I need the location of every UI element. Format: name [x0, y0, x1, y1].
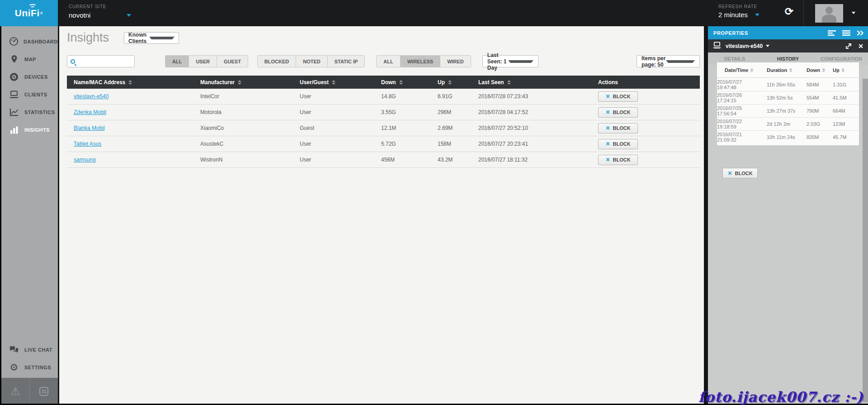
menu-list-icon[interactable]	[842, 30, 850, 36]
sort-icon[interactable]	[332, 80, 335, 85]
avatar[interactable]	[815, 4, 843, 23]
sort-icon[interactable]	[841, 68, 844, 72]
refresh-icon[interactable]: ⟳	[785, 5, 793, 18]
x-icon: ✕	[605, 141, 610, 147]
block-label: BLOCK	[613, 141, 630, 147]
items-per-page-dropdown[interactable]: Items per page: 50	[637, 55, 700, 67]
filter-blocked[interactable]: BLOCKED	[258, 56, 296, 67]
history-up: 123M	[833, 120, 859, 128]
filter-noted[interactable]: NOTED	[296, 56, 327, 67]
sort-icon[interactable]	[448, 80, 452, 85]
up-cell: 6.91G	[438, 93, 478, 100]
chevron-down-icon	[666, 60, 695, 63]
clients-table: Name/MAC Address Manufacturer User/Guest…	[67, 76, 700, 168]
chevron-down-icon	[149, 37, 175, 39]
scrollbar[interactable]	[863, 79, 868, 402]
sort-icon[interactable]	[822, 68, 826, 72]
client-name-link[interactable]: Tablet Asus	[74, 141, 101, 147]
user-menu-chevron-icon[interactable]	[852, 12, 855, 14]
block-button[interactable]: ✕BLOCK	[598, 155, 638, 165]
chevron-down-icon[interactable]	[755, 14, 760, 16]
brand-text: UniFi	[15, 8, 40, 19]
refresh-rate-label: REFRESH RATE	[718, 4, 760, 9]
chat-bubbles-icon	[9, 346, 19, 354]
sort-icon[interactable]	[238, 80, 241, 85]
block-button[interactable]: ✕BLOCK	[598, 107, 638, 118]
manufacturer-cell: XiaomiCo	[200, 125, 300, 131]
block-button[interactable]: ✕ BLOCK	[722, 168, 758, 178]
table-row: viteslavn-e540 IntelCor User 14.8G 6.91G…	[67, 89, 700, 105]
alerts-button[interactable]: ⚠	[1, 378, 29, 405]
history-time: 21:09:32	[717, 137, 767, 143]
column-header: Last Seen	[478, 79, 504, 86]
history-down: 2.03G	[807, 120, 833, 128]
history-row: 2016/07/2219:18:59 2d 12h 2m 2.03G 123M	[717, 117, 859, 130]
current-site-selector[interactable]: CURRENT SITE novotni	[69, 4, 131, 19]
device-disc-icon	[9, 72, 19, 81]
history-duration: 10h 11m 24s	[767, 133, 807, 141]
history-row: 2016/07/2617:24:15 13h 52m 5s 554M 41.5M	[717, 91, 859, 104]
events-button[interactable]: 31	[29, 378, 58, 405]
sidebar-item-live-chat[interactable]: LIVE CHAT	[1, 341, 58, 358]
align-list-icon[interactable]	[828, 30, 836, 36]
unifi-logo[interactable]: UniFi®	[0, 0, 58, 26]
collapse-panel-icon[interactable]	[857, 30, 863, 36]
block-button[interactable]: ✕BLOCK	[598, 139, 638, 149]
sidebar-item-devices[interactable]: DEVICES	[1, 68, 58, 86]
current-site-label: CURRENT SITE	[69, 4, 131, 9]
table-row: Blanka Mobil XiaomiCo Guest 12.1M 2.69M …	[67, 120, 700, 136]
client-name-link[interactable]: viteslavn-e540	[74, 93, 108, 100]
close-icon[interactable]: ✕	[858, 43, 863, 50]
sidebar-item-label: LIVE CHAT	[24, 347, 52, 353]
sidebar-item-dashboard[interactable]: DASHBOARD	[1, 33, 58, 50]
history-row: 2016/07/2719:47:48 11h 35m 55s 584M 1.31…	[717, 78, 859, 91]
search-box[interactable]	[67, 55, 135, 67]
user-guest-cell: User	[300, 93, 381, 100]
filter-wireless[interactable]: WIRELESS	[400, 56, 440, 67]
sidebar-item-settings[interactable]: ⚙ SETTINGS	[1, 358, 58, 376]
dashboard-gauge-icon	[9, 37, 19, 46]
block-button[interactable]: ✕BLOCK	[598, 123, 638, 133]
chevron-down-icon[interactable]	[766, 45, 769, 47]
history-time: 17:56:54	[717, 111, 767, 116]
pop-out-icon[interactable]	[845, 43, 852, 49]
table-row: Zdenka Mobil Motorola User 3.55G 296M 20…	[67, 105, 700, 120]
view-selector-value: Known Clients	[128, 32, 149, 44]
laptop-icon	[9, 91, 19, 98]
sidebar-item-label: STATISTICS	[24, 110, 55, 115]
filter-all-clients[interactable]: ALL	[165, 56, 189, 67]
sort-icon[interactable]	[399, 80, 403, 85]
chevron-down-icon[interactable]	[127, 14, 131, 17]
client-name-link[interactable]: samsung	[74, 157, 96, 163]
line-chart-icon	[9, 108, 19, 116]
history-duration: 2d 12h 2m	[767, 120, 807, 128]
history-date: 2016/07/26	[717, 92, 767, 98]
sort-icon[interactable]	[789, 68, 793, 72]
refresh-rate-selector[interactable]: REFRESH RATE 2 minutes	[718, 4, 760, 19]
filter-all-connections[interactable]: ALL	[377, 56, 400, 67]
filter-guest[interactable]: GUEST	[217, 56, 248, 67]
sort-icon[interactable]	[750, 68, 754, 72]
sort-icon[interactable]	[507, 80, 511, 85]
view-selector-dropdown[interactable]: Known Clients	[124, 32, 179, 44]
history-table: Date/Time Duration Down Up 2016/07/2719:…	[717, 62, 859, 145]
sidebar-item-clients[interactable]: CLIENTS	[1, 86, 58, 103]
sort-icon[interactable]	[128, 80, 132, 85]
sidebar-item-map[interactable]: MAP	[1, 50, 58, 68]
laptop-icon	[712, 42, 722, 50]
table-header-row: Name/MAC Address Manufacturer User/Guest…	[67, 76, 700, 89]
block-button[interactable]: ✕BLOCK	[598, 91, 638, 102]
filter-user[interactable]: USER	[189, 56, 217, 67]
sidebar-item-label: INSIGHTS	[24, 127, 50, 133]
filter-wired[interactable]: WIRED	[440, 56, 471, 67]
last-seen-dropdown[interactable]: Last Seen: 1 Day	[482, 55, 538, 67]
sidebar-item-statistics[interactable]: STATISTICS	[1, 103, 58, 121]
sidebar-item-insights[interactable]: INSIGHTS	[1, 121, 58, 138]
column-header: Down	[381, 79, 396, 86]
history-time: 19:18:59	[717, 124, 767, 129]
client-name-link[interactable]: Blanka Mobil	[74, 125, 105, 131]
search-input[interactable]	[78, 58, 131, 65]
client-name-link[interactable]: Zdenka Mobil	[74, 109, 106, 115]
sidebar-footer: ⚠ 31	[1, 378, 58, 405]
filter-static-ip[interactable]: STATIC IP	[327, 56, 365, 67]
